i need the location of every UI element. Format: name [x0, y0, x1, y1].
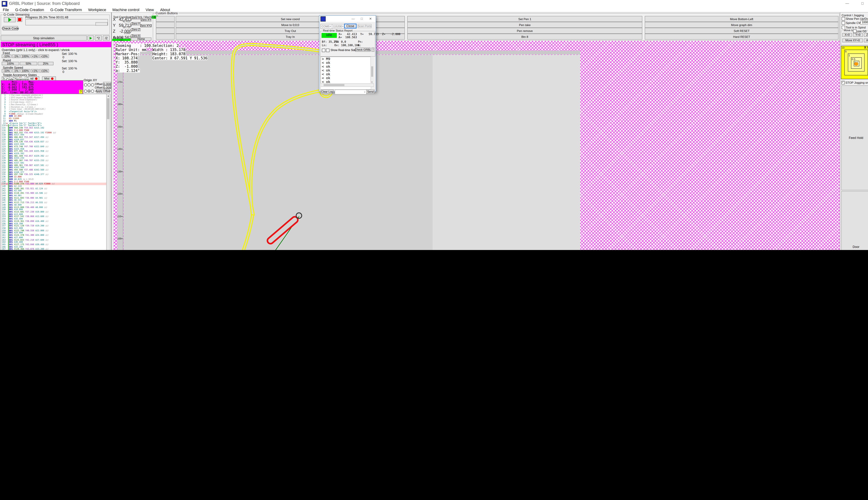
origin-radio-0[interactable]: [84, 83, 87, 86]
home-button[interactable]: Home: [131, 37, 151, 41]
play-button[interactable]: [4, 17, 16, 22]
custom-col2-0[interactable]: Set Pen 1: [407, 16, 642, 22]
custom-col2-2[interactable]: Pen remove: [407, 28, 642, 34]
show-pen-checkbox[interactable]: [842, 17, 845, 21]
origin-radio-4[interactable]: [87, 89, 90, 92]
dialog-titlebar[interactable]: — □ ✕: [319, 16, 376, 22]
zero-z-button[interactable]: Zero Z: [131, 28, 141, 31]
rapid-btn-1[interactable]: 50%: [20, 62, 37, 65]
check-code-button[interactable]: Check Code: [3, 26, 18, 31]
zero-a-button[interactable]: Zero A: [131, 34, 141, 37]
jog-center-dot[interactable]: [854, 62, 858, 66]
menu-about[interactable]: About: [160, 8, 170, 12]
stop-simulation-button[interactable]: Stop simulation: [1, 35, 87, 41]
baud-rate-select[interactable]: 115200∨: [332, 24, 344, 29]
offset-y-value[interactable]: 0.000: [103, 86, 111, 89]
custom-col3-3[interactable]: Hard RESET: [645, 34, 838, 39]
menu-workpiece[interactable]: Workpiece: [88, 8, 106, 12]
serial-log-hscrollbar[interactable]: [320, 83, 374, 87]
origin-radio-5[interactable]: [91, 89, 94, 92]
zero-x-button[interactable]: Zero X: [131, 16, 141, 20]
move-y0[interactable]: Y=0: [853, 33, 863, 37]
send-button[interactable]: Send: [366, 90, 375, 94]
feed-btn-4[interactable]: +10%: [39, 55, 49, 58]
serial-extra-field[interactable]: [320, 87, 371, 90]
check-grbl-button[interactable]: Check GRBL: [355, 48, 370, 52]
serial-log[interactable]: > M9< ok< ok< ok< ok< ok< ok< ok: [320, 57, 372, 84]
send-command-input[interactable]: ∨: [335, 90, 367, 94]
close-port-button[interactable]: Close: [344, 24, 357, 29]
apply-offset-button[interactable]: Apply Offset: [96, 89, 110, 93]
zero-y-button[interactable]: Zero Y: [131, 22, 141, 25]
scan-ports-button[interactable]: Scan Ports: [358, 24, 372, 28]
menu-g-code-creation[interactable]: G-Code Creation: [15, 8, 44, 12]
custom-col0-0[interactable]: [156, 16, 175, 22]
custom-col0-2[interactable]: [156, 28, 175, 34]
gcode-row[interactable]: 167G01 X128.360 Y43.870 A33.200 (c): [1, 248, 110, 250]
custom-col2-3[interactable]: Btn 8: [407, 34, 642, 39]
dialog-close-button[interactable]: ✕: [367, 16, 374, 22]
zero-xy-button[interactable]: Zero XY: [141, 19, 151, 22]
spindle-btn-3[interactable]: +1%: [31, 69, 38, 72]
serial-log-hthumb[interactable]: [323, 84, 344, 86]
feed-btn-3[interactable]: +1%: [31, 55, 38, 58]
clear-log-button[interactable]: Clear Log: [320, 90, 334, 94]
overrides-title[interactable]: Overrides (grbl 1.1 only) - click to exp…: [2, 48, 70, 52]
offset-x-value[interactable]: 0.000: [103, 82, 111, 86]
spindle-btn-4[interactable]: +10%: [39, 69, 49, 72]
custom-col3-0[interactable]: Move Bottom-Left: [645, 16, 838, 22]
feed-btn-2[interactable]: 100%: [21, 55, 30, 58]
feed-hold-button[interactable]: Feed Hold: [841, 86, 868, 190]
spindle-btn-0[interactable]: -10%: [2, 69, 11, 72]
rapid-btn-0[interactable]: 100%: [2, 62, 19, 65]
menu-machine-control[interactable]: Machine control: [113, 8, 139, 12]
move-x0[interactable]: X=0: [842, 33, 852, 37]
minimize-button[interactable]: —: [840, 0, 855, 7]
dialog-maximize-button[interactable]: □: [359, 16, 365, 22]
use-g0-checkbox[interactable]: [853, 30, 857, 33]
move-z0[interactable]: Z=0: [864, 33, 868, 37]
com-port-select[interactable]: COM5∨: [320, 24, 332, 29]
custom-col3-1[interactable]: Move graph dim: [645, 22, 838, 28]
rapid-btn-2[interactable]: 25%: [38, 62, 54, 65]
serial-log-vscrollbar[interactable]: ∨: [370, 57, 374, 83]
sim-x2-button[interactable]: *2: [95, 35, 102, 41]
speed-input[interactable]: 1000: [860, 21, 868, 25]
menu-g-code-transform[interactable]: G-Code Transform: [50, 8, 82, 12]
stop-button[interactable]: [17, 18, 22, 22]
custom-col3-2[interactable]: Soft RESET: [645, 28, 838, 34]
sim-d2-button[interactable]: /2: [103, 35, 110, 41]
status-report-checkbox-1[interactable]: [322, 49, 325, 52]
move2-1[interactable]: A=0: [864, 38, 868, 42]
spindle-cw-checkbox[interactable]: [842, 21, 845, 25]
tool-spindle-checkbox[interactable]: [842, 26, 845, 29]
origin-radio-2[interactable]: [91, 83, 94, 86]
menu-view[interactable]: View: [146, 8, 154, 12]
feed-btn-0[interactable]: -10%: [2, 55, 11, 58]
serial-port-dialog[interactable]: — □ ✕ COM5∨ 115200∨ Close Scan Ports Rea…: [319, 15, 376, 92]
custom-col0-1[interactable]: [156, 22, 175, 28]
serial-log-vthumb[interactable]: [371, 66, 373, 77]
dialog-minimize-button[interactable]: —: [350, 16, 356, 22]
spindle-btn-2[interactable]: 100%: [21, 69, 30, 72]
spindle-btn-1[interactable]: -1%: [12, 69, 20, 72]
door-button[interactable]: Door: [841, 191, 868, 250]
stop-jog-mouse-checkbox[interactable]: [841, 81, 845, 84]
custom-col0-3[interactable]: [156, 34, 175, 39]
move2-0[interactable]: Move XY=0: [842, 38, 863, 42]
dialog-help-button[interactable]: ?: [372, 48, 374, 52]
status-report-checkbox-2[interactable]: [326, 49, 330, 52]
dimension-help-button[interactable]: ?: [79, 90, 83, 94]
serial-log-down-icon[interactable]: ∨: [371, 81, 373, 83]
custom-col2-1[interactable]: Pen take: [407, 22, 642, 28]
menu-file[interactable]: File: [3, 8, 9, 12]
jog-pad-xy[interactable]: 10510.50.1X / Y: [841, 46, 868, 79]
origin-radio-3[interactable]: [84, 89, 87, 92]
origin-radio-1[interactable]: [87, 83, 90, 86]
gcode-row[interactable]: 11M3 S1000: [1, 117, 110, 120]
zero-xyz-button[interactable]: Zero XYZ: [141, 24, 151, 27]
scroll-up-icon[interactable]: ▲: [106, 94, 110, 98]
gcode-list-scrollbar[interactable]: ▲ ▼: [106, 94, 111, 250]
gcode-list[interactable]: 1( Use case: example plotter.ini )2( SVG…: [1, 94, 111, 250]
scroll-thumb[interactable]: [107, 98, 110, 119]
